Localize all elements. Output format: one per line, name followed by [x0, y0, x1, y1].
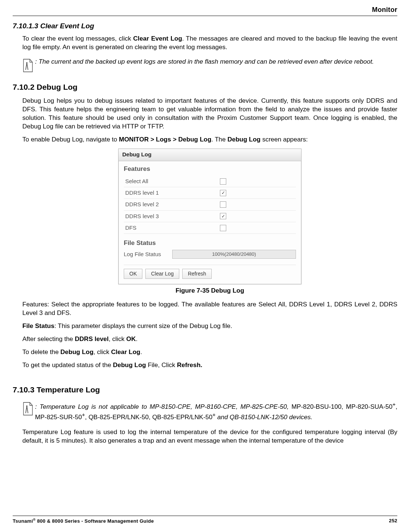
feature-label: Select All	[125, 178, 220, 185]
plus-icon: +	[82, 412, 85, 418]
file-status-row: Log File Status 100%(20480/20480)	[124, 250, 296, 259]
text: Debug Log	[113, 361, 146, 369]
footer-page-number: 252	[389, 517, 397, 525]
text: To delete the	[22, 348, 60, 356]
text: , QB-825-EPR/LNK-50, QB-825-EPR/LNK-50	[85, 413, 212, 420]
text: To enable Debug Log, navigate to	[22, 136, 119, 143]
clear-log-desc: To delete the Debug Log, click Clear Log…	[22, 348, 397, 357]
features-title: Features	[124, 165, 296, 173]
debug-log-tab[interactable]: Debug Log	[119, 149, 301, 161]
feature-label: DDRS level 3	[125, 213, 220, 220]
debug-log-intro: Debug Log helps you to debug issues rela…	[22, 97, 397, 131]
file-status-label: Log File Status	[124, 251, 172, 258]
text: DDRS level	[75, 335, 109, 343]
note-icon	[22, 58, 35, 75]
note-temperature-log: : Temperature Log is not applicable to M…	[22, 401, 397, 421]
text: Debug Log	[60, 348, 94, 356]
file-status-title: File Status	[124, 239, 296, 248]
feature-row-ddrs1: DDRS level 1 ✓	[124, 187, 296, 199]
text: , click	[109, 335, 126, 343]
text: MP-820-BSU-100, MP-820-SUA-50	[291, 403, 392, 410]
page-footer: Tsunami® 800 & 8000 Series - Software Ma…	[13, 516, 397, 525]
text: Tsunami	[13, 518, 33, 524]
file-status-desc: File Status: This parameter displays the…	[22, 322, 397, 331]
text: : This parameter displays the current si…	[54, 322, 232, 329]
ddrs-ok-desc: After selecting the DDRS level, click OK…	[22, 335, 397, 344]
chapter-title: Monitor	[13, 0, 397, 16]
nav-path: MONITOR > Logs > Debug Log	[119, 136, 211, 143]
registered-icon: ®	[33, 518, 36, 522]
clear-event-log-label: Clear Event Log	[133, 35, 182, 42]
text: After selecting the	[22, 335, 75, 343]
feature-label: DFS	[125, 224, 220, 232]
text: and QB-8150-LNK-12/50 devices.	[215, 413, 312, 420]
note-text: : The current and the backed up event lo…	[35, 58, 397, 66]
text: 800 & 8000 Series - Software Management …	[36, 518, 154, 524]
note-clear-event-log: : The current and the backed up event lo…	[22, 58, 397, 75]
plus-icon: +	[212, 412, 215, 418]
text: Clear Log	[111, 348, 140, 356]
feature-row-ddrs3: DDRS level 3 ✓	[124, 211, 296, 222]
header-rule	[13, 16, 397, 16]
footer-left: Tsunami® 800 & 8000 Series - Software Ma…	[13, 517, 154, 525]
text: To clear the event log messages, click	[22, 35, 133, 42]
refresh-desc: To get the updated status of the Debug L…	[22, 361, 397, 370]
feature-row-dfs: DFS	[124, 222, 296, 234]
checkbox-ddrs1[interactable]: ✓	[220, 190, 226, 196]
checkbox-ddrs3[interactable]: ✓	[220, 213, 226, 219]
clear-event-log-paragraph: To clear the event log messages, click C…	[22, 35, 397, 52]
file-status-bar: 100%(20480/20480)	[172, 250, 296, 259]
screen-name: Debug Log	[227, 136, 261, 143]
figure-caption: Figure 7-35 Debug Log	[22, 287, 397, 295]
temperature-log-paragraph: Temperature Log feature is used to log t…	[22, 428, 397, 445]
heading-7-10-3: 7.10.3 Temperature Log	[13, 385, 397, 395]
debug-log-navigate: To enable Debug Log, navigate to MONITOR…	[22, 136, 397, 144]
text: screen appears:	[261, 136, 308, 143]
text: File, Click	[146, 361, 177, 369]
feature-label: DDRS level 1	[125, 189, 220, 197]
text: File Status	[22, 322, 54, 329]
text: Refresh.	[177, 361, 202, 369]
feature-label: DDRS level 2	[125, 201, 220, 208]
text: : Temperature Log is not applicable to M…	[35, 403, 291, 410]
file-status-value: 100%(20480/20480)	[212, 251, 256, 258]
features-desc: Features: Select the appropriate feature…	[22, 300, 397, 318]
text: , click	[94, 348, 111, 356]
ok-button[interactable]: OK	[124, 269, 142, 279]
note-icon	[22, 401, 35, 418]
feature-row-select-all: Select All	[124, 176, 296, 187]
debug-log-panel: Debug Log Features Select All DDRS level…	[118, 149, 302, 284]
refresh-button[interactable]: Refresh	[182, 269, 212, 279]
heading-7-10-1-3: 7.10.1.3 Clear Event Log	[13, 21, 397, 31]
checkbox-ddrs2[interactable]	[220, 201, 226, 208]
checkbox-dfs[interactable]	[220, 225, 226, 231]
checkbox-select-all[interactable]	[220, 178, 226, 185]
feature-row-ddrs2: DDRS level 2	[124, 199, 296, 210]
clear-log-button[interactable]: Clear Log	[145, 269, 179, 279]
text: To get the updated status of the	[22, 361, 113, 369]
heading-7-10-2: 7.10.2 Debug Log	[13, 82, 397, 92]
text: .	[136, 335, 138, 343]
text: .	[140, 348, 142, 356]
text: OK	[126, 335, 136, 343]
note-text: : Temperature Log is not applicable to M…	[35, 401, 397, 421]
text: . The	[211, 136, 227, 143]
